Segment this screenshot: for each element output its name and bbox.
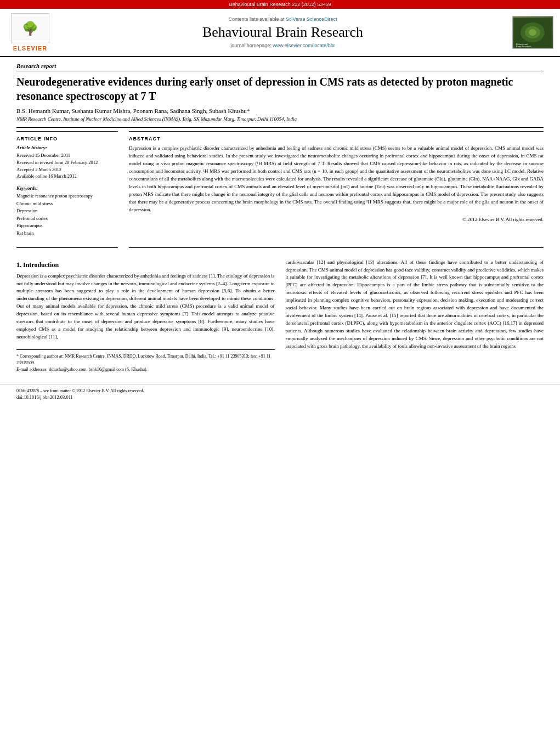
journal-name: Behavioural Brain Research: [60, 24, 505, 41]
abstract-column: ABSTRACT Depression is a complex psychia…: [129, 131, 544, 248]
elsevier-label: ELSEVIER: [13, 45, 47, 52]
article-info-column: ARTICLE INFO Article history: Received 1…: [16, 131, 118, 248]
keyword-1: Magnetic resonance proton spectroscopy: [16, 193, 118, 200]
homepage-prefix: journal homepage:: [230, 43, 273, 48]
elsevier-logo-image: 🌳: [11, 13, 49, 43]
doi-text: doi:10.1016/j.bbr.2012.03.011: [16, 394, 73, 400]
revised-date: Received in revised form 28 February 201…: [16, 159, 118, 166]
introduction-heading: 1. Introduction: [16, 261, 275, 269]
authors-text: B.S. Hemanth Kumar, Sushanta Kumar Mishr…: [16, 108, 250, 114]
bottom-bar: 0166-4328/$ – see front matter © 2012 El…: [0, 384, 560, 403]
keyword-2: Chronic mild stress: [16, 200, 118, 208]
tree-icon: 🌳: [22, 21, 38, 36]
header-divider: [16, 127, 544, 128]
journal-top-bar: Behavioural Brain Research 232 (2012) 53…: [0, 0, 560, 9]
keywords-block: Keywords: Magnetic resonance proton spec…: [16, 185, 118, 237]
body-right-column: cardiovascular [12] and physiological [1…: [286, 259, 544, 373]
corresponding-author-note: * Corresponding author at: NMR Research …: [16, 353, 275, 366]
doi-line: doi:10.1016/j.bbr.2012.03.011: [16, 394, 544, 400]
email-values: skhushu@yahoo.com, bshk16@gmail.com (S. …: [49, 367, 148, 372]
journal-thumbnail: Behavioural Brain Research: [511, 16, 555, 49]
history-label: Article history:: [16, 145, 118, 150]
two-col-body: 1. Introduction Depression is a complex …: [16, 259, 544, 373]
received-date: Received 15 December 2011: [16, 152, 118, 159]
license-line: 0166-4328/$ – see front matter © 2012 El…: [16, 388, 544, 394]
body-content: 1. Introduction Depression is a complex …: [0, 253, 560, 378]
abstract-label: ABSTRACT: [129, 136, 544, 142]
report-type-label: Research report: [16, 63, 544, 71]
intro-para-2: cardiovascular [12] and physiological [1…: [286, 259, 544, 350]
homepage-link[interactable]: www.elsevier.com/locate/bbr: [273, 43, 335, 48]
available-date: Available online 16 March 2012: [16, 173, 118, 180]
journal-header: 🌳 ELSEVIER Contents lists available at S…: [0, 9, 560, 57]
contents-prefix: Contents lists available at: [228, 16, 286, 22]
keyword-5: Hippocampus: [16, 222, 118, 230]
keyword-4: Prefrontal cortex: [16, 215, 118, 223]
svg-text:Brain Research: Brain Research: [516, 45, 531, 48]
intro-para-1: Depression is a complex psychiatric diso…: [16, 273, 275, 341]
page: Behavioural Brain Research 232 (2012) 53…: [0, 0, 560, 741]
email-label: E-mail addresses:: [16, 367, 48, 372]
svg-point-3: [529, 29, 536, 36]
main-content: Research report Neurodegenerative eviden…: [0, 57, 560, 253]
journal-cover-image: Behavioural Brain Research: [512, 16, 553, 49]
abstract-text: Depression is a complex psychiatric diso…: [129, 145, 544, 213]
article-history-block: Article history: Received 15 December 20…: [16, 145, 118, 180]
keywords-label: Keywords:: [16, 185, 118, 191]
keyword-6: Rat brain: [16, 230, 118, 237]
journal-title-area: Contents lists available at SciVerse Sci…: [60, 16, 505, 48]
copyright-line: © 2012 Elsevier B.V. All rights reserved…: [129, 217, 544, 222]
authors-line: B.S. Hemanth Kumar, Sushanta Kumar Mishr…: [16, 108, 544, 114]
keyword-3: Depression: [16, 207, 118, 215]
contents-link-line: Contents lists available at SciVerse Sci…: [60, 16, 505, 22]
body-left-column: 1. Introduction Depression is a complex …: [16, 259, 275, 373]
journal-homepage-line: journal homepage: www.elsevier.com/locat…: [60, 43, 505, 48]
sciverse-link[interactable]: SciVerse ScienceDirect: [286, 16, 337, 22]
affiliation-line: NMR Research Centre, Institute of Nuclea…: [16, 116, 544, 122]
accepted-date: Accepted 2 March 2012: [16, 166, 118, 173]
email-note: E-mail addresses: skhushu@yahoo.com, bsh…: [16, 366, 275, 373]
cover-svg: Behavioural Brain Research: [513, 18, 552, 48]
article-info-abstract-section: ARTICLE INFO Article history: Received 1…: [16, 131, 544, 248]
elsevier-logo: 🌳 ELSEVIER: [5, 13, 55, 52]
article-title: Neurodegenerative evidences during early…: [16, 75, 544, 103]
journal-citation: Behavioural Brain Research 232 (2012) 53…: [229, 2, 331, 7]
article-info-label: ARTICLE INFO: [16, 136, 118, 142]
footnote-section: * Corresponding author at: NMR Research …: [16, 349, 275, 373]
